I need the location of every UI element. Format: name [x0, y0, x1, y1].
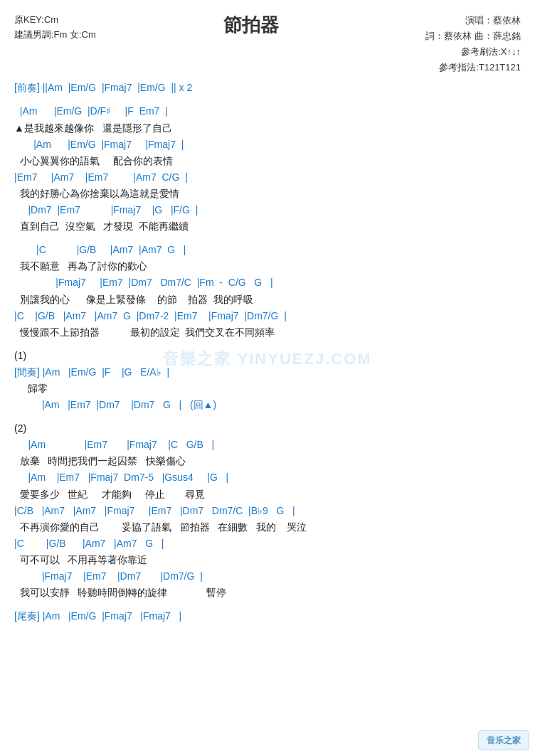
chord-line: |Dm7 |Em7 |Fmaj7 |G |F/G | — [14, 202, 521, 218]
lyricist-label: 詞：蔡依林 曲：薛忠銘 — [407, 28, 521, 44]
logo-text: 音乐之家 — [487, 735, 521, 747]
title: 節拍器 — [96, 13, 407, 38]
blank-line — [14, 601, 521, 608]
content: [前奏] ||Am |Em/G |Fmaj7 |Em/G || x 2 |Am … — [14, 80, 521, 624]
chord-line: [間奏] |Am |Em/G |F |G E/A♭ | — [14, 364, 521, 380]
chord-line: [前奏] ||Am |Em/G |Fmaj7 |Em/G || x 2 — [14, 80, 521, 96]
lyric-line: 愛要多少 世紀 才能夠 停止 尋覓 — [14, 486, 521, 503]
chord-line: [尾奏] |Am |Em/G |Fmaj7 |Fmaj7 | — [14, 608, 521, 624]
chord-line: |C |G/B |Am7 |Am7 G | — [14, 242, 521, 258]
header-left: 原KEY:Cm 建議男調:Fm 女:Cm — [14, 13, 96, 43]
lyric-line: 我可以安靜 聆聽時間倒轉的旋律 暫停 — [14, 585, 521, 601]
chord-line: |Am |Em/G |D/F♯ |F Em7 | — [14, 103, 521, 119]
ref-strum-label: 參考刷法:X↑↓↑ — [407, 44, 521, 60]
chord-line: |Em7 |Am7 |Em7 |Am7 C/G | — [14, 169, 521, 186]
chord-line: |Am |Em7 |Fmaj7 Dm7-5 |Gsus4 |G | — [14, 469, 521, 486]
lyric-line: 放棄 時間把我們一起囚禁 快樂傷心 — [14, 453, 521, 469]
singer-label: 演唱：蔡依林 — [407, 13, 521, 28]
lyric-line: 別讓我的心 像是上緊發條 的節 拍器 我的呼吸 — [14, 292, 521, 308]
lyric-line: (1) — [14, 348, 521, 364]
blank-line — [14, 341, 521, 348]
lyric-line: 不再演你愛的自己 妥協了語氣 節拍器 在細數 我的 哭泣 — [14, 519, 521, 536]
key-label: 原KEY:Cm — [14, 13, 96, 28]
lyric-line: 歸零 — [14, 380, 521, 397]
header-right: 演唱：蔡依林 詞：蔡依林 曲：薛忠銘 參考刷法:X↑↓↑ 參考指法:T121T1… — [407, 13, 521, 75]
chord-line: |Am |Em7 |Fmaj7 |C G/B | — [14, 437, 521, 453]
suggest-label: 建議男調:Fm 女:Cm — [14, 28, 96, 43]
chord-line: |Am |Em7 |Dm7 |Dm7 G | (回▲) — [14, 397, 521, 413]
lyric-line: 慢慢跟不上節拍器 最初的設定 我們交叉在不同頻率 — [14, 324, 521, 341]
chord-line: |C/B |Am7 |Am7 |Fmaj7 |Em7 |Dm7 Dm7/C |B… — [14, 503, 521, 519]
chord-line: |Am |Em/G |Fmaj7 |Fmaj7 | — [14, 137, 521, 153]
lyric-line: (2) — [14, 420, 521, 437]
lyric-line: ▲是我越來越像你 還是隱形了自己 — [14, 120, 521, 137]
lyric-line: 我不願意 再為了討你的歡心 — [14, 258, 521, 275]
blank-line — [14, 413, 521, 420]
lyric-line: 可不可以 不用再等著你靠近 — [14, 552, 521, 568]
chord-line: |Fmaj7 |Em7 |Dm7 |Dm7/G | — [14, 568, 521, 585]
blank-line — [14, 96, 521, 103]
lyric-line: 直到自己 沒空氣 才發現 不能再繼續 — [14, 218, 521, 235]
ref-finger-label: 參考指法:T121T121 — [407, 60, 521, 75]
header: 原KEY:Cm 建議男調:Fm 女:Cm 節拍器 演唱：蔡依林 詞：蔡依林 曲：… — [14, 13, 521, 75]
logo-bottom: 音乐之家 — [478, 730, 529, 750]
blank-line — [14, 235, 521, 242]
chord-line: |C |G/B |Am7 |Am7 G |Dm7-2 |Em7 |Fmaj7 |… — [14, 308, 521, 324]
chord-line: |C |G/B |Am7 |Am7 G | — [14, 536, 521, 552]
page: 原KEY:Cm 建議男調:Fm 女:Cm 節拍器 演唱：蔡依林 詞：蔡依林 曲：… — [0, 0, 535, 756]
chord-line: |Fmaj7 |Em7 |Dm7 Dm7/C |Fm - C/G G | — [14, 275, 521, 291]
lyric-line: 我的好勝心為你捨棄以為這就是愛情 — [14, 186, 521, 202]
lyric-line: 小心翼翼你的語氣 配合你的表情 — [14, 153, 521, 169]
